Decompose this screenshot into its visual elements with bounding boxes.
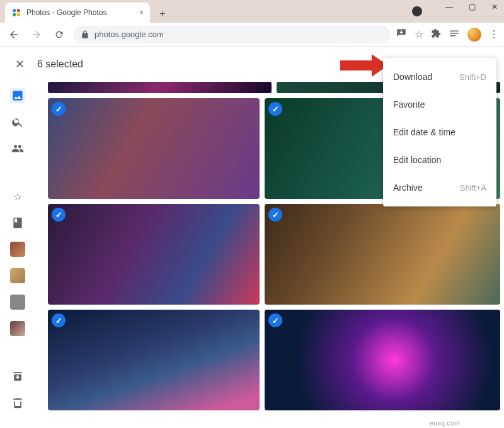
browser-toolbar: photos.google.com ☆ ⋮ bbox=[0, 23, 504, 47]
sidebar-item-albums[interactable] bbox=[10, 215, 25, 230]
menu-item-edit-date[interactable]: Edit date & time bbox=[383, 118, 496, 146]
photo-thumbnail[interactable] bbox=[48, 82, 272, 93]
annotation-arrow bbox=[340, 60, 372, 70]
menu-item-shortcut: Shift+A bbox=[460, 183, 486, 193]
browser-tab[interactable]: Photos - Google Photos × bbox=[5, 3, 150, 23]
menu-item-download[interactable]: Download Shift+D bbox=[383, 63, 496, 91]
minimize-button[interactable]: — bbox=[444, 3, 455, 11]
deselect-button[interactable]: ✕ bbox=[15, 57, 25, 71]
menu-item-label: Download bbox=[393, 72, 432, 82]
address-text: photos.google.com bbox=[94, 30, 164, 39]
photo-thumbnail[interactable] bbox=[265, 310, 500, 410]
sidebar-item-search[interactable] bbox=[10, 115, 25, 130]
browser-menu-icon[interactable]: ⋮ bbox=[489, 28, 499, 40]
close-window-button[interactable]: ✕ bbox=[489, 3, 500, 11]
tab-title: Photos - Google Photos bbox=[26, 8, 106, 17]
back-button[interactable] bbox=[5, 26, 23, 43]
photo-row bbox=[48, 204, 500, 305]
sidebar: ☆ bbox=[0, 82, 35, 410]
menu-item-archive[interactable]: Archive Shift+A bbox=[383, 174, 496, 201]
svg-point-3 bbox=[17, 13, 20, 16]
maximize-button[interactable]: ▢ bbox=[466, 3, 478, 11]
menu-item-label: Edit location bbox=[393, 155, 441, 165]
address-bar[interactable]: photos.google.com bbox=[73, 26, 391, 43]
photo-thumbnail[interactable] bbox=[48, 204, 260, 305]
reading-list-icon[interactable] bbox=[449, 28, 460, 42]
photo-thumbnail[interactable] bbox=[48, 98, 260, 199]
sidebar-album-thumb[interactable] bbox=[10, 321, 25, 336]
sidebar-item-trash[interactable] bbox=[10, 395, 25, 410]
install-app-icon[interactable] bbox=[396, 28, 407, 42]
tab-close-icon[interactable]: × bbox=[139, 8, 144, 17]
lock-icon bbox=[81, 30, 89, 39]
profile-indicator-icon[interactable] bbox=[412, 6, 422, 16]
svg-point-1 bbox=[17, 9, 20, 12]
photo-thumbnail[interactable] bbox=[265, 204, 500, 305]
toolbar-actions: ☆ ⋮ bbox=[396, 28, 499, 42]
photo-row bbox=[48, 310, 500, 410]
context-menu: Download Shift+D Favorite Edit date & ti… bbox=[383, 58, 496, 206]
new-tab-button[interactable]: + bbox=[154, 5, 171, 23]
bookmark-icon[interactable]: ☆ bbox=[415, 28, 423, 40]
window-controls: — ▢ ✕ bbox=[444, 3, 500, 11]
profile-avatar[interactable] bbox=[467, 28, 481, 42]
sidebar-album-thumb[interactable] bbox=[10, 268, 25, 283]
menu-item-label: Archive bbox=[393, 183, 423, 193]
selected-check-icon[interactable] bbox=[268, 208, 282, 222]
watermark: euaq.com bbox=[430, 420, 460, 427]
favicon-icon bbox=[11, 8, 21, 18]
sidebar-album-thumb[interactable] bbox=[10, 242, 25, 257]
extensions-icon[interactable] bbox=[431, 28, 441, 41]
sidebar-item-archive[interactable] bbox=[10, 369, 25, 384]
selection-count: 6 selected bbox=[37, 59, 83, 70]
sidebar-item-photos[interactable] bbox=[10, 88, 25, 103]
photo-thumbnail[interactable] bbox=[48, 310, 260, 410]
selected-check-icon[interactable] bbox=[268, 313, 282, 327]
menu-item-edit-location[interactable]: Edit location bbox=[383, 146, 496, 174]
menu-item-label: Favorite bbox=[393, 99, 425, 110]
reload-button[interactable] bbox=[50, 26, 68, 43]
selected-check-icon[interactable] bbox=[52, 313, 66, 327]
selected-check-icon[interactable] bbox=[52, 208, 66, 222]
menu-item-shortcut: Shift+D bbox=[459, 72, 486, 82]
svg-point-2 bbox=[13, 13, 16, 16]
browser-titlebar: Photos - Google Photos × + — ▢ ✕ bbox=[0, 0, 504, 23]
sidebar-item-favorites[interactable]: ☆ bbox=[10, 189, 25, 204]
selected-check-icon[interactable] bbox=[268, 102, 282, 116]
forward-button[interactable] bbox=[28, 26, 45, 43]
sidebar-album-thumb[interactable] bbox=[10, 295, 25, 310]
selected-check-icon[interactable] bbox=[52, 102, 66, 116]
menu-item-favorite[interactable]: Favorite bbox=[383, 91, 496, 118]
svg-point-0 bbox=[13, 9, 16, 12]
sidebar-item-sharing[interactable] bbox=[10, 141, 25, 156]
menu-item-label: Edit date & time bbox=[393, 127, 455, 137]
